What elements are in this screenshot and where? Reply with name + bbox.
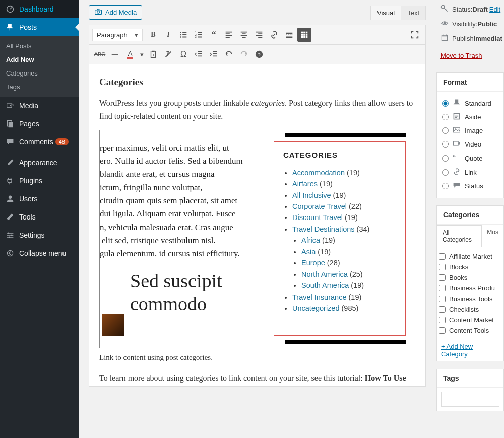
- image-caption: Link to content using post categories.: [99, 351, 415, 363]
- svg-text:3: 3: [195, 35, 197, 38]
- align-left-button[interactable]: [222, 28, 236, 42]
- add-media-button[interactable]: Add Media: [89, 5, 142, 20]
- svg-rect-17: [301, 32, 303, 34]
- italic-button[interactable]: I: [161, 28, 175, 42]
- menu-plugins[interactable]: Plugins: [0, 172, 79, 190]
- format-option-video[interactable]: Video: [441, 137, 499, 151]
- cat-tab-all[interactable]: All Categories: [437, 225, 482, 247]
- tags-input[interactable]: [441, 392, 499, 407]
- textcolor-dropdown[interactable]: ▾: [138, 47, 145, 61]
- pin-icon: [5, 22, 15, 32]
- undo-button[interactable]: [222, 47, 236, 61]
- menu-appearance[interactable]: Appearance: [0, 154, 79, 172]
- category-checkbox[interactable]: Blocks: [439, 262, 501, 272]
- align-right-button[interactable]: [252, 28, 266, 42]
- cat-link: Africa: [301, 236, 320, 244]
- cat-tab-most[interactable]: Mos: [481, 225, 504, 247]
- svg-point-31: [442, 6, 445, 9]
- svg-text:T: T: [152, 53, 155, 57]
- menu-dashboard[interactable]: Dashboard: [0, 0, 79, 18]
- fullscreen-button[interactable]: [408, 28, 422, 42]
- media-icon: [5, 101, 15, 111]
- cat-link: Accommodation: [292, 169, 345, 177]
- tab-visual[interactable]: Visual: [371, 6, 401, 20]
- menu-tools[interactable]: Tools: [0, 208, 79, 226]
- embedded-example-image[interactable]: rper maximus, velit orci mattis elit, ut…: [99, 130, 415, 348]
- menu-comments[interactable]: Comments 48: [0, 133, 79, 151]
- format-option-link[interactable]: Link: [441, 166, 499, 179]
- menu-label: Appearance: [19, 159, 57, 167]
- kitchen-sink-button[interactable]: [297, 28, 311, 42]
- special-char-button[interactable]: Ω: [176, 47, 191, 61]
- readmore-button[interactable]: [282, 28, 296, 42]
- menu-posts[interactable]: Posts: [0, 18, 79, 36]
- submenu-categories[interactable]: Categories: [0, 66, 79, 80]
- ul-button[interactable]: [176, 28, 191, 42]
- tab-text[interactable]: Text: [401, 6, 425, 20]
- menu-users[interactable]: Users: [0, 190, 79, 208]
- content-editor[interactable]: Categories WordPress lets you group post…: [89, 64, 426, 387]
- menu-label: Media: [19, 102, 38, 110]
- content-para1: WordPress lets you group posts under lin…: [99, 97, 415, 122]
- redo-button[interactable]: [237, 47, 251, 61]
- move-to-trash-link[interactable]: Move to Trash: [440, 52, 482, 59]
- align-center-button[interactable]: [237, 28, 251, 42]
- strike-button[interactable]: ABC: [93, 47, 107, 61]
- menu-label: Dashboard: [19, 5, 54, 13]
- category-checkbox[interactable]: Checklists: [439, 304, 501, 315]
- comment-icon: [5, 137, 15, 147]
- format-option-image[interactable]: Image: [441, 124, 499, 137]
- comments-badge: 48: [55, 138, 69, 145]
- menu-label: Pages: [19, 120, 39, 128]
- menu-label: Collapse menu: [19, 249, 66, 257]
- clear-format-button[interactable]: [161, 47, 175, 61]
- category-checkbox[interactable]: Affiliate Market: [439, 251, 501, 262]
- ol-button[interactable]: 123: [192, 28, 206, 42]
- categories-panel: Categories All Categories Mos Affiliate …: [436, 205, 504, 361]
- cat-link: Corporate Travel: [292, 202, 347, 210]
- format-option-standard[interactable]: Standard: [441, 97, 499, 110]
- paste-text-button[interactable]: T: [146, 47, 160, 61]
- cat-link: South America: [301, 281, 349, 289]
- category-checkbox[interactable]: Content Market: [439, 315, 501, 325]
- category-checkbox[interactable]: Business Tools: [439, 294, 501, 304]
- svg-rect-27: [152, 51, 154, 52]
- category-checkbox[interactable]: Content Tools: [439, 325, 501, 336]
- link-icon: [453, 168, 462, 177]
- textcolor-button[interactable]: A: [123, 47, 137, 61]
- add-category-link[interactable]: + Add New Category: [437, 340, 503, 361]
- format-option-status[interactable]: Status: [441, 179, 499, 193]
- outdent-button[interactable]: [192, 47, 206, 61]
- menu-collapse[interactable]: Collapse menu: [0, 244, 79, 262]
- hr-button[interactable]: [108, 47, 122, 61]
- submenu-tags[interactable]: Tags: [0, 80, 79, 94]
- help-button[interactable]: ?: [252, 47, 266, 61]
- menu-media[interactable]: Media: [0, 97, 79, 115]
- svg-point-32: [444, 22, 446, 25]
- format-option-quote[interactable]: “Quote: [441, 151, 499, 166]
- svg-rect-25: [306, 36, 308, 38]
- submenu-add-new[interactable]: Add New: [0, 53, 79, 66]
- svg-rect-3: [9, 122, 13, 127]
- svg-rect-24: [303, 36, 305, 38]
- svg-text:?: ?: [258, 52, 261, 57]
- status-edit-link[interactable]: Edit: [489, 6, 500, 13]
- svg-rect-37: [454, 141, 459, 145]
- cat-link: All Inclusive: [292, 191, 331, 199]
- category-checkbox[interactable]: Business Produ: [439, 283, 501, 294]
- svg-point-7: [9, 236, 10, 238]
- category-checkbox[interactable]: Books: [439, 272, 501, 283]
- link-button[interactable]: [267, 28, 281, 42]
- menu-pages[interactable]: Pages: [0, 115, 79, 133]
- bold-button[interactable]: B: [146, 28, 160, 42]
- standard-icon: [453, 99, 462, 108]
- menu-label: Comments: [19, 138, 53, 146]
- menu-settings[interactable]: Settings: [0, 226, 79, 244]
- format-select[interactable]: Paragraph: [92, 29, 143, 41]
- menu-label: Users: [19, 195, 38, 203]
- indent-button[interactable]: [207, 47, 221, 61]
- quote-button[interactable]: “: [207, 28, 221, 42]
- format-option-aside[interactable]: Aside: [441, 110, 499, 124]
- editor-tabs: Visual Text: [370, 6, 426, 20]
- submenu-all-posts[interactable]: All Posts: [0, 39, 79, 53]
